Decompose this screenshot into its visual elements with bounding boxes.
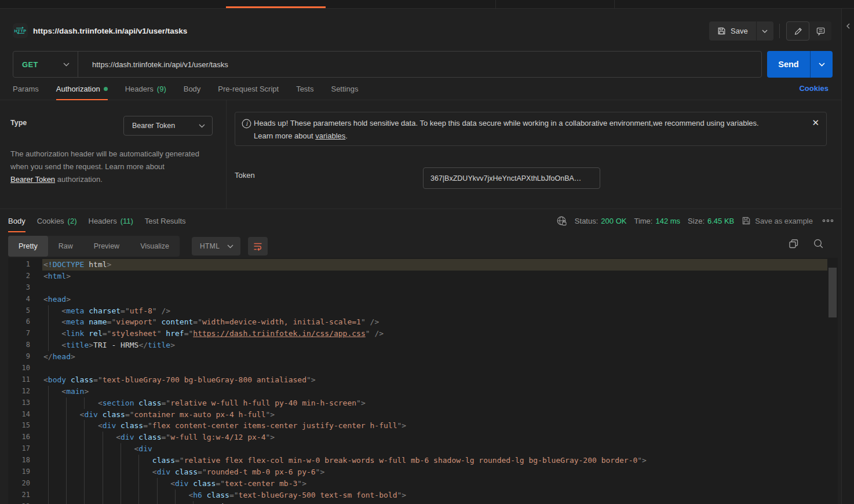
tab-params[interactable]: Params [13,78,39,100]
line-number: 20 [8,478,30,490]
url-bar: GET https://dash.triinfotek.in/api/v1/us… [13,51,762,78]
status-indicator[interactable]: Status: 200 OK [575,217,627,225]
tab-headers[interactable]: Headers (9) [125,78,166,100]
cookies-link[interactable]: Cookies [799,84,829,93]
indent-guides [43,478,170,490]
token-input[interactable]: 367|BxZDUYkvv7jxHeYnctAPXthLbJfoOnBA… [423,167,600,189]
line-number: 13 [8,397,30,409]
code-line: 9</head> [8,351,838,363]
response-more-options-button[interactable] [820,218,835,223]
send-options-button[interactable] [811,51,833,78]
code-line: 13<section class="relative w-full h-full… [8,397,838,409]
code-line-content: <h6 class="text-blueGray-500 text-sm fon… [42,490,827,501]
time-indicator[interactable]: Time: 142 ms [634,217,680,225]
code-line: 3 [8,282,838,294]
code-line-content: <div class="rounded-t mb-0 px-6 py-6"> [42,466,827,478]
close-icon: ✕ [812,118,819,127]
line-number: 9 [8,351,30,363]
indent-guides [43,409,80,421]
comment-icon [816,26,826,36]
view-raw-button[interactable]: Raw [48,236,83,257]
code-line: 12<main> [8,386,838,397]
line-number: 12 [8,386,30,397]
variables-link[interactable]: variables [315,132,345,140]
indent-guides [43,386,61,397]
banner-text: Heads up! These parameters hold sensitiv… [254,117,803,143]
code-scrollbar-thumb[interactable] [829,268,837,317]
view-preview-button[interactable]: Preview [83,236,130,257]
workspace-tab-strip[interactable] [0,0,854,9]
code-line-content: <body class="text-blueGray-700 bg-blueGr… [42,374,827,386]
authorization-panel: Type Bearer Token The authorization head… [0,100,841,209]
size-indicator[interactable]: Size: 6.45 KB [688,217,734,225]
code-line: 22Login [8,501,838,504]
tab-body[interactable]: Body [184,78,201,100]
search-icon [813,238,824,250]
edit-request-button[interactable] [786,21,809,41]
code-line-content: <!DOCTYPE html> [42,259,827,271]
save-button-label: Save [731,27,748,35]
line-number: 4 [8,294,30,305]
view-visualize-button[interactable]: Visualize [130,236,180,257]
wrap-text-button[interactable] [248,237,268,255]
globe-lock-icon[interactable] [556,216,567,227]
format-select[interactable]: HTML [192,237,240,255]
right-sidebar-rail [841,9,854,504]
code-line: 1<!DOCTYPE html> [8,259,838,271]
code-line-content [42,282,827,294]
response-tab-test-results[interactable]: Test Results [145,210,186,232]
code-line: 6<meta name="viewport" content="width=de… [8,316,838,328]
send-button[interactable]: Send [767,51,810,78]
code-line-content: <div class="flex content-center items-ce… [42,420,827,432]
info-icon: i [242,119,251,129]
auth-type-select[interactable]: Bearer Token [123,116,213,136]
response-body-viewer[interactable]: 1<!DOCTYPE html>2<html>34<head>5<meta ch… [8,258,838,504]
view-pretty-button[interactable]: Pretty [8,236,48,257]
more-dots-icon [822,218,834,223]
save-button[interactable]: Save [709,21,756,41]
code-line-content: <div class="w-full lg:w-4/12 px-4"> [42,432,827,443]
save-options-button[interactable] [757,21,773,41]
response-tab-cookies[interactable]: Cookies (2) [37,210,77,232]
code-line-content: <div class="container mx-auto px-4 h-ful… [42,409,827,421]
response-tab-body[interactable]: Body [8,210,25,232]
code-line: 10 [8,363,838,374]
method-select[interactable]: GET [13,52,78,77]
tab-authorization[interactable]: Authorization [56,78,108,100]
format-value: HTML [200,242,220,250]
line-number: 8 [8,339,30,351]
svg-text:i: i [246,120,249,127]
code-line-content [42,363,827,374]
tab-divider [495,0,496,9]
indent-guides [43,490,188,501]
tab-pre-request-script[interactable]: Pre-request Script [218,78,279,100]
code-line: 17<div [8,443,838,455]
indent-guides [43,316,61,328]
sensitive-data-banner: i Heads up! These parameters hold sensit… [235,112,827,146]
auth-type-label: Type [10,119,27,127]
copy-response-button[interactable] [788,238,800,250]
tab-settings[interactable]: Settings [331,78,358,100]
postman-app: HTTP https://dash.triinfotek.in/api/v1/u… [0,0,854,504]
url-input[interactable]: https://dash.triinfotek.in/api/v1/user/t… [78,52,761,77]
response-tab-headers[interactable]: Headers (11) [89,210,133,232]
close-banner-button[interactable]: ✕ [812,118,819,127]
tab-tests[interactable]: Tests [296,78,313,100]
save-button-group: Save [709,21,773,41]
line-number: 10 [8,363,30,374]
view-mode-switch: Pretty Raw Preview Visualize [8,236,180,257]
auth-type-value: Bearer Token [132,122,175,130]
code-line-content: <meta name="viewport" content="width=dev… [42,316,827,328]
comments-button[interactable] [809,21,831,41]
method-label: GET [22,60,38,69]
save-floppy-icon [717,27,726,35]
bearer-token-link[interactable]: Bearer Token [10,175,55,184]
collapse-sidebar-icon[interactable] [845,23,851,30]
line-number: 6 [8,316,30,328]
code-line: 18class="relative flex flex-col min-w-0 … [8,455,838,466]
search-response-button[interactable] [813,238,824,250]
save-as-example-button[interactable]: Save as example [742,216,813,225]
indent-guides [43,455,152,466]
line-number: 22 [8,501,30,504]
line-number: 18 [8,455,30,466]
